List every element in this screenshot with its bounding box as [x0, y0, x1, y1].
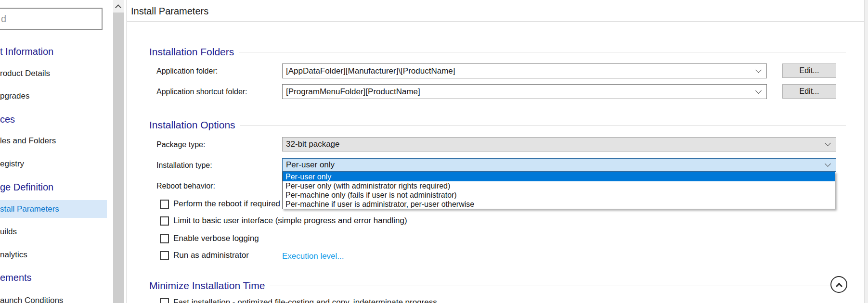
dropdown-option[interactable]: Per-user only (with administrator rights…	[283, 181, 835, 190]
run-as-admin-checkbox-row: Run as administrator	[160, 251, 249, 260]
package-type-combobox[interactable]: 32-bit package	[282, 137, 836, 152]
scrollbar-thumb[interactable]	[113, 13, 124, 303]
section-title: Installation Options	[149, 119, 235, 131]
section-rule	[240, 125, 846, 126]
application-folder-value: [AppDataFolder][Manufacturer]\[ProductNa…	[286, 66, 455, 76]
section-installation-options: Installation Options	[149, 119, 846, 131]
panel-separator	[127, 0, 127, 303]
installation-type-value: Per-user only	[286, 160, 335, 170]
edit-application-folder-button[interactable]: Edit...	[782, 63, 836, 78]
fast-installation-checkbox[interactable]	[160, 298, 169, 303]
page-title: Install Parameters	[131, 6, 208, 17]
section-rule	[239, 52, 846, 52]
dropdown-option[interactable]: Per-machine if user is administrator, pe…	[283, 200, 835, 209]
application-shortcut-folder-value: [ProgramMenuFolder][ProductName]	[286, 87, 420, 97]
section-minimize-installation-time: Minimize Installation Time	[149, 280, 830, 291]
dropdown-option[interactable]: Per-user only	[283, 172, 835, 181]
search-input[interactable]: d	[0, 8, 103, 30]
section-title: Installation Folders	[149, 46, 234, 58]
package-type-label: Package type:	[156, 140, 205, 149]
chevron-down-icon	[755, 67, 762, 73]
limit-basic-ui-label: Limit to basic user interface (simple pr…	[173, 216, 407, 226]
section-installation-folders: Installation Folders	[149, 46, 846, 58]
chevron-down-icon	[825, 140, 831, 146]
section-rule	[270, 286, 830, 286]
dropdown-option[interactable]: Per-machine only (fails if user is not a…	[283, 190, 835, 200]
sidebar-item-files-and-folders[interactable]: les and Folders	[0, 134, 107, 148]
limit-basic-ui-checkbox[interactable]	[160, 216, 169, 226]
sidebar-item-upgrades[interactable]: pgrades	[0, 89, 107, 103]
perform-reboot-label: Perform the reboot if required wi	[173, 199, 290, 209]
application-shortcut-folder-label: Application shortcut folder:	[156, 88, 247, 96]
sidebar-header-package-definition[interactable]: ge Definition	[0, 179, 107, 195]
installation-type-combobox[interactable]: Per-user only	[282, 158, 836, 172]
scrollbar-up-button[interactable]	[113, 0, 124, 13]
sidebar: d t Information roduct Details pgrades c…	[0, 0, 112, 303]
chevron-up-icon	[836, 283, 842, 290]
package-type-value: 32-bit package	[286, 139, 340, 149]
fast-installation-checkbox-row: Fast installation - optimized file-costi…	[160, 298, 437, 303]
verbose-logging-label: Enable verbose logging	[173, 234, 259, 243]
limit-basic-ui-checkbox-row: Limit to basic user interface (simple pr…	[160, 216, 407, 226]
scroll-to-top-button[interactable]	[830, 276, 847, 293]
application-folder-label: Application folder:	[156, 67, 218, 76]
application-folder-combobox[interactable]: [AppDataFolder][Manufacturer]\[ProductNa…	[282, 63, 767, 78]
application-shortcut-folder-combobox[interactable]: [ProgramMenuFolder][ProductName]	[282, 84, 767, 99]
content-scrollbar-track[interactable]	[864, 0, 868, 303]
perform-reboot-checkbox-row: Perform the reboot if required wi	[160, 199, 290, 209]
sidebar-scrollbar[interactable]	[113, 0, 124, 303]
sidebar-header-product-information[interactable]: t Information	[0, 44, 107, 59]
sidebar-item-launch-conditions[interactable]: aunch Conditions	[0, 293, 107, 303]
fast-installation-label: Fast installation - optimized file-costi…	[173, 298, 437, 303]
chevron-down-icon	[825, 161, 831, 167]
edit-application-shortcut-folder-button[interactable]: Edit...	[782, 84, 836, 99]
run-as-admin-checkbox[interactable]	[160, 251, 169, 260]
reboot-behavior-label: Reboot behavior:	[156, 182, 215, 190]
installation-type-dropdown-list: Per-user only Per-user only (with admini…	[282, 172, 835, 209]
verbose-logging-checkbox[interactable]	[160, 234, 169, 243]
sidebar-header-resources[interactable]: ces	[0, 112, 107, 127]
chevron-up-icon	[115, 4, 121, 11]
sidebar-item-install-parameters[interactable]: stall Parameters	[0, 200, 107, 218]
execution-level-link[interactable]: Execution level...	[282, 252, 344, 261]
sidebar-item-analytics[interactable]: nalytics	[0, 248, 107, 262]
title-divider	[127, 21, 864, 22]
sidebar-item-registry[interactable]: egistry	[0, 157, 107, 171]
installation-type-label: Installation type:	[156, 161, 212, 170]
sidebar-header-requirements[interactable]: ements	[0, 270, 107, 285]
perform-reboot-checkbox[interactable]	[160, 200, 169, 209]
sidebar-item-product-details[interactable]: roduct Details	[0, 66, 107, 81]
section-title: Minimize Installation Time	[149, 280, 265, 291]
sidebar-item-builds[interactable]: uilds	[0, 225, 107, 239]
verbose-logging-checkbox-row: Enable verbose logging	[160, 234, 259, 243]
chevron-down-icon	[755, 88, 762, 94]
run-as-admin-label: Run as administrator	[173, 251, 249, 260]
